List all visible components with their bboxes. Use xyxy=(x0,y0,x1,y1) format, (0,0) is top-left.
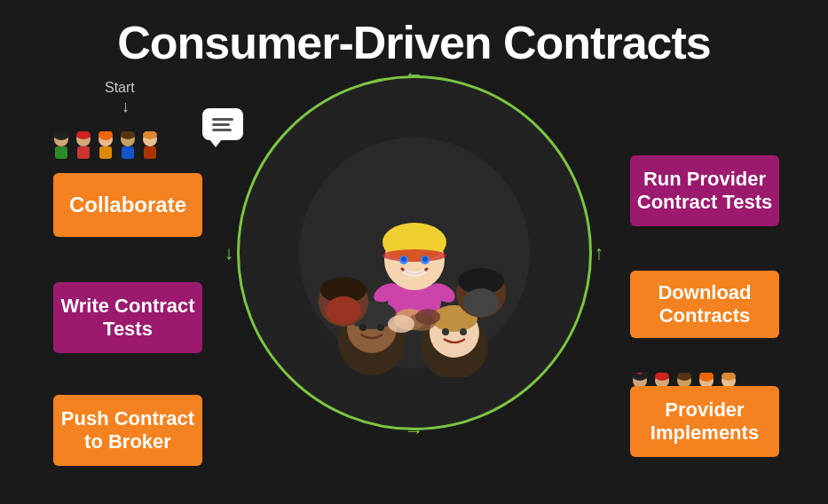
svg-rect-17 xyxy=(212,123,230,126)
svg-rect-14 xyxy=(144,146,156,159)
svg-point-38 xyxy=(442,328,449,335)
chat-lines-icon xyxy=(210,115,235,133)
collaborate-box: Collaborate xyxy=(53,173,202,237)
svg-rect-8 xyxy=(99,146,112,159)
svg-rect-16 xyxy=(212,118,233,121)
svg-point-49 xyxy=(463,288,499,317)
group-illustration xyxy=(290,129,539,377)
svg-point-53 xyxy=(415,309,440,325)
arrow-bottom-icon: → xyxy=(405,420,424,443)
run-provider-contract-tests-box: Run Provider Contract Tests xyxy=(630,155,779,226)
svg-rect-4 xyxy=(77,146,90,159)
svg-point-2 xyxy=(54,131,68,140)
person-icon-4 xyxy=(118,131,138,160)
person-icon-5 xyxy=(140,131,160,160)
svg-point-29 xyxy=(422,256,428,262)
svg-point-33 xyxy=(359,324,367,331)
svg-point-52 xyxy=(388,315,414,333)
arrow-right-icon: ↑ xyxy=(595,241,604,264)
consumer-people-group xyxy=(51,131,160,160)
svg-point-34 xyxy=(377,324,384,331)
svg-rect-11 xyxy=(122,146,134,159)
push-contract-to-broker-box: Push Contract to Broker xyxy=(53,395,202,466)
write-contract-tests-box: Write Contract Tests xyxy=(53,282,202,353)
svg-point-25 xyxy=(382,249,446,262)
svg-point-39 xyxy=(460,328,467,335)
download-contracts-box: Download Contracts xyxy=(630,271,779,338)
person-icon-3 xyxy=(96,131,115,160)
person-icon-2 xyxy=(74,131,93,160)
svg-point-44 xyxy=(326,296,361,325)
arrow-left-icon: ↓ xyxy=(225,241,234,264)
cycle-diagram: ← ↑ → ↓ xyxy=(237,75,592,430)
characters-illustration xyxy=(290,129,539,377)
arrow-top-icon: ← xyxy=(405,63,424,86)
start-label: Start xyxy=(105,80,135,96)
svg-rect-1 xyxy=(55,146,67,159)
person-icon-1 xyxy=(51,131,71,160)
page-title: Consumer-Driven Contracts xyxy=(0,16,828,69)
start-arrow-icon: ↓ xyxy=(122,98,130,116)
svg-rect-18 xyxy=(212,129,232,131)
provider-implements-box: Provider Implements xyxy=(630,386,779,457)
svg-point-28 xyxy=(401,256,406,262)
